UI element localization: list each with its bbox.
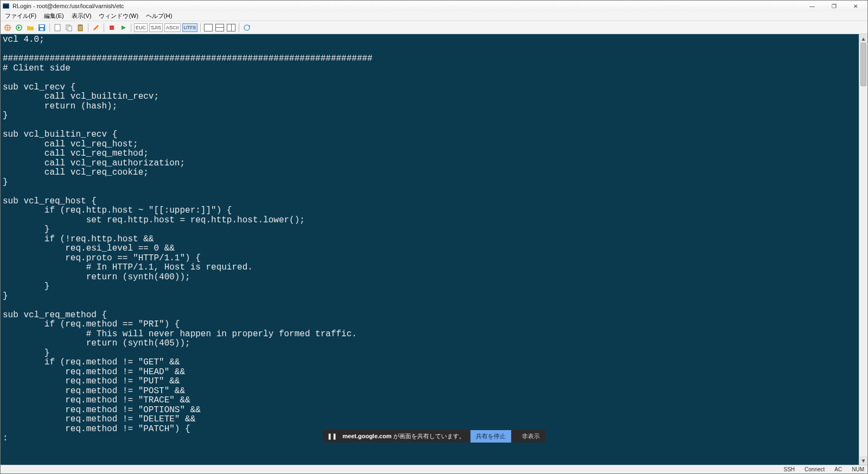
window-controls: — ❐ ✕ [801, 1, 866, 11]
terminal[interactable]: vcl 4.0; ###############################… [1, 34, 859, 465]
svg-rect-9 [68, 26, 72, 31]
minimize-button[interactable]: — [801, 1, 823, 11]
toolbar-separator [49, 23, 50, 32]
copy-button[interactable] [64, 23, 74, 33]
window-title: RLogin - root@demo:/usr/local/varnish/et… [12, 3, 801, 9]
menu-window[interactable]: ウィンドウ(W) [95, 11, 142, 21]
status-ac: AC [834, 466, 842, 472]
play-button[interactable] [118, 23, 128, 33]
app-window: RLogin - root@demo:/usr/local/varnish/et… [0, 0, 868, 474]
toolbar-separator [131, 23, 131, 32]
encoding-sjis[interactable]: SJIS [149, 23, 163, 32]
scrollbar[interactable]: ▲ ▼ [859, 34, 867, 465]
toolbar-separator [200, 23, 201, 32]
encoding-ascii[interactable]: ASCII [164, 23, 181, 32]
svg-rect-6 [40, 28, 43, 30]
new-connection-button[interactable] [3, 23, 12, 33]
edit-button[interactable] [91, 23, 101, 33]
share-domain: meet.google.com [342, 433, 391, 439]
svg-rect-1 [3, 4, 9, 8]
app-icon [2, 2, 10, 10]
statusbar: SSH Connect AC NUM [1, 465, 867, 473]
scroll-up-button[interactable]: ▲ [859, 34, 867, 43]
menubar: ファイル(F) 編集(E) 表示(V) ウィンドウ(W) ヘルプ(H) [1, 11, 867, 21]
open-folder-button[interactable] [25, 23, 35, 33]
hide-sharebar-button[interactable]: 非表示 [516, 430, 545, 443]
svg-rect-12 [110, 25, 114, 30]
svg-rect-11 [79, 24, 81, 26]
refresh-button[interactable] [242, 23, 252, 33]
svg-rect-5 [40, 25, 44, 27]
encoding-utf8[interactable]: UTF8 [182, 23, 198, 32]
status-num: NUM [852, 466, 864, 472]
toolbar-separator [88, 23, 88, 32]
pane-single-button[interactable] [203, 23, 213, 33]
menu-view[interactable]: 表示(V) [68, 11, 95, 21]
save-button[interactable] [37, 23, 47, 33]
reconnect-button[interactable] [14, 23, 24, 33]
scroll-track[interactable] [859, 43, 867, 456]
stop-sharing-button[interactable]: 共有を停止 [470, 430, 511, 443]
menu-edit[interactable]: 編集(E) [41, 11, 67, 21]
scroll-thumb[interactable] [860, 43, 866, 86]
pane-split-v-button[interactable] [226, 23, 236, 33]
new-document-button[interactable] [53, 23, 62, 33]
toolbar-separator [104, 23, 104, 32]
status-ssh: SSH [784, 466, 795, 472]
svg-point-13 [244, 25, 250, 30]
terminal-area: vcl 4.0; ###############################… [1, 34, 867, 465]
maximize-button[interactable]: ❐ [823, 1, 845, 11]
titlebar: RLogin - root@demo:/usr/local/varnish/et… [1, 1, 867, 11]
scroll-down-button[interactable]: ▼ [859, 456, 867, 465]
pane-split-h-button[interactable] [215, 23, 225, 33]
toolbar-separator [239, 23, 239, 32]
pause-share-icon[interactable]: ❚❚ [327, 433, 337, 440]
menu-help[interactable]: ヘルプ(H) [143, 11, 175, 21]
share-message: が画面を共有しています。 [393, 433, 465, 439]
paste-button[interactable] [75, 23, 85, 33]
encoding-euc[interactable]: EUC [134, 23, 148, 32]
close-button[interactable]: ✕ [845, 1, 866, 11]
menu-file[interactable]: ファイル(F) [2, 11, 40, 21]
stop-button[interactable] [107, 23, 117, 33]
screen-share-bar: ❚❚ meet.google.com が画面を共有しています。 共有を停止 非表… [323, 430, 545, 443]
toolbar: EUC SJIS ASCII UTF8 [1, 21, 867, 34]
status-connect: Connect [805, 466, 825, 472]
